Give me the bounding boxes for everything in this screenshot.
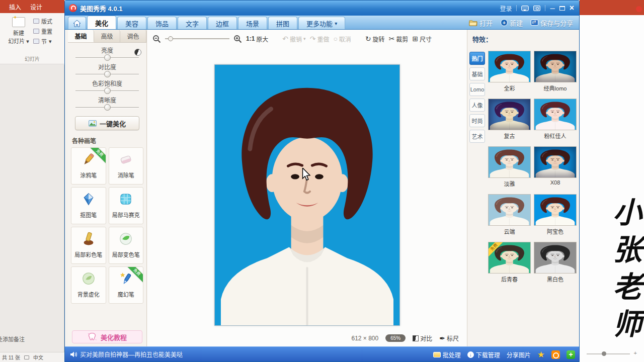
effect-thumb[interactable] [534,194,577,226]
cancel-button[interactable]: ○取消 [333,35,351,43]
tab-makeup[interactable]: 美容 [117,17,146,29]
size-icon: ⊞ [412,35,418,43]
save-share-button[interactable]: 保存与分享 [531,18,573,28]
slider-3[interactable] [75,104,139,111]
layout-icon [33,19,39,24]
rotate-button[interactable]: ↻旋转 [365,35,385,43]
local-mosaic-tool[interactable]: 局部马赛克 [109,187,144,224]
effect-category-5[interactable]: 艺术 [469,130,485,143]
beautify-tutorial-button[interactable]: 美化教程 [72,330,142,343]
ppt-tab-insert[interactable]: 插入 [9,3,21,11]
slider-thumb[interactable] [104,104,111,111]
tooth-doodle-icon [88,333,97,341]
ppt-section-button[interactable]: 节 ▾ [33,36,61,46]
effect-thumb[interactable] [534,242,577,274]
cutout-pen-tool[interactable]: 抠图笔 [71,187,106,224]
left-tab-0[interactable]: 基础 [68,30,94,42]
tab-beautify[interactable]: 美化 [87,16,116,29]
compare-button[interactable]: 对比 [413,334,432,342]
left-tab-1[interactable]: 高级 [94,30,120,42]
image-dimensions: 612 × 800 [352,335,379,342]
crop-button[interactable]: ✂裁剪 [389,35,409,43]
zoom-out-icon[interactable] [152,35,161,43]
chevron-down-icon: ▾ [335,21,337,26]
redo-button[interactable]: ↷重做 [310,35,330,43]
effect-item[interactable]: 阿宝色 [534,194,577,235]
effect-item[interactable]: 复古 [488,99,531,140]
slider-thumb[interactable] [104,54,111,61]
news-ticker[interactable]: 买对美颜自拍神器—再拍丑也能美美哒 [80,350,183,358]
weibo-icon[interactable] [551,350,560,359]
effect-category-3[interactable]: 人像 [469,99,485,112]
effect-thumb[interactable] [488,146,531,178]
ppt-layout-button[interactable]: 版式 [33,16,61,26]
effect-item[interactable]: 云端 [488,194,531,235]
canvas-zoom-slider[interactable] [165,36,229,42]
tab-more-features[interactable]: 更多功能▾ [298,17,345,29]
zoom-level-badge: 65% [385,334,406,342]
download-manager-button[interactable]: ↓下载管理 [467,350,500,359]
effect-category-4[interactable]: 时尚 [469,114,485,127]
effect-thumb[interactable] [534,51,577,82]
resize-button[interactable]: ⊞尺寸 [412,35,432,43]
tab-scene[interactable]: 场景 [238,17,267,29]
open-button[interactable]: 打开 [469,18,493,28]
ppt-slide-count: 共 11 张 [2,353,20,361]
comment-icon[interactable] [24,355,29,359]
photo-preview[interactable] [214,64,400,326]
slider-0[interactable] [75,54,139,61]
effect-item[interactable]: X08 [534,146,577,188]
home-tab[interactable] [68,17,86,29]
effect-category-2[interactable]: Lomo [469,83,485,96]
effect-thumb[interactable]: 免费 [488,242,531,274]
eraser-pen-tool[interactable]: 消除笔 [109,147,144,185]
slider-thumb[interactable] [104,87,111,94]
login-link[interactable]: 登录 [500,4,512,13]
effect-thumb[interactable] [488,194,531,226]
effect-item[interactable]: 淡雅 [488,146,531,188]
tab-text[interactable]: 文字 [178,17,207,29]
effect-thumb[interactable] [488,51,531,82]
effect-item[interactable]: 全彩 [488,51,531,92]
magic-pen-tool[interactable]: 魔幻笔免费 [109,266,144,304]
share-image-button[interactable]: 分享图片 [507,350,531,359]
actual-size-button[interactable]: 1:1原大 [246,35,268,43]
batch-process-button[interactable]: 批处理 [433,350,461,359]
effect-item[interactable]: 粉红佳人 [534,99,577,140]
ppt-reset-button[interactable]: 重置 [33,26,61,36]
effect-thumb[interactable] [534,146,577,178]
favorite-star-icon[interactable]: ★ [537,349,545,360]
effect-item[interactable]: 经典lomo [534,51,577,92]
left-tab-2[interactable]: 调色 [120,30,146,42]
ppt-tab-design[interactable]: 设计 [30,3,42,11]
add-app-icon[interactable]: + [567,350,575,359]
close-button[interactable]: × [570,4,574,12]
undo-button[interactable]: ↶撤销▾ [282,35,305,43]
slider-2[interactable] [75,87,139,95]
camera-icon[interactable] [533,6,540,11]
maximize-button[interactable] [559,6,565,11]
tab-accessories[interactable]: 饰品 [147,17,177,29]
zoom-in-icon[interactable] [233,35,242,43]
ppt-new-slide-button[interactable]: 新建 幻灯片 ▾ [7,17,30,45]
effect-thumb[interactable] [488,99,531,130]
effect-category-0[interactable]: 热门 [469,52,485,65]
local-recolor-pen-tool[interactable]: 局部变色笔 [109,227,144,264]
slider-thumb[interactable] [104,71,111,77]
one-click-beautify-button[interactable]: 一键美化 [75,116,139,130]
feedback-bubble-icon[interactable] [521,6,529,11]
new-button[interactable]: + 新建 [501,18,523,28]
effect-thumb[interactable] [534,99,577,130]
effect-item[interactable]: 免费后青春 [488,242,531,283]
ruler-button[interactable]: ✒标尺 [439,334,459,342]
effect-category-1[interactable]: 基础 [469,67,485,80]
minimize-button[interactable]: ─ [550,5,554,12]
tab-frame[interactable]: 边框 [208,17,237,29]
tab-collage[interactable]: 拼图 [268,17,297,29]
slider-1[interactable] [75,71,139,78]
ppt-zoom-slider[interactable]: + [587,351,637,357]
local-color-pen-tool[interactable]: 局部彩色笔 [71,227,106,264]
doodle-pen-tool[interactable]: 涂鸦笔免费 [71,147,106,185]
effect-item[interactable]: 黑白色 [534,242,577,283]
background-blur-tool[interactable]: 背景虚化 [71,266,106,304]
